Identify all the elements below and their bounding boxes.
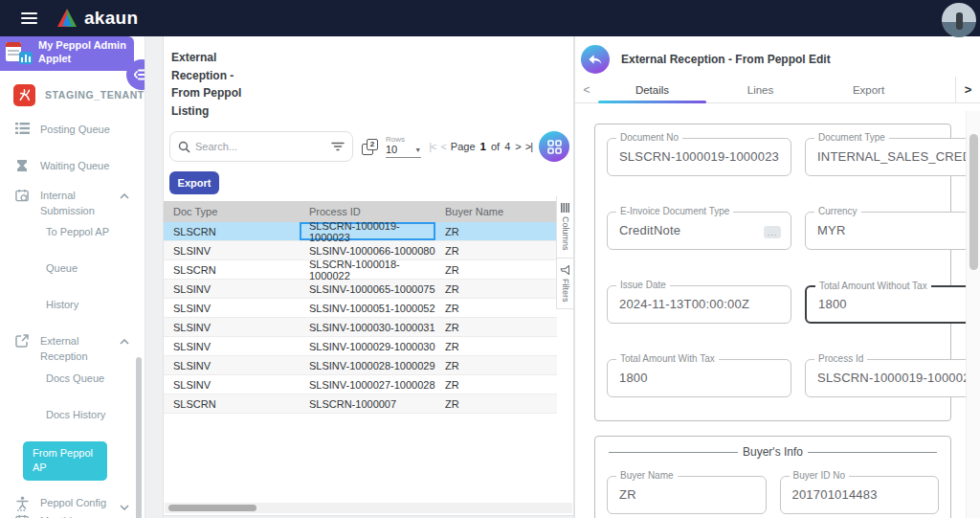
user-avatar[interactable] [942,3,976,37]
page-total: 4 [504,141,510,152]
field-issue-date[interactable]: Issue Date 2024-11-13T00:00:00Z [607,285,791,324]
vertical-scrollbar[interactable] [966,111,980,518]
tab-lines[interactable]: Lines [706,77,814,102]
table-row[interactable]: SLSINV SLSINV-1000027-1000028 ZR [164,375,557,394]
table-row[interactable]: SLSINV SLSINV-1000030-1000031 ZR [164,318,557,337]
list-icon [13,123,31,134]
table-row[interactable]: SLSINV SLSINV-1000029-1000030 ZR [164,337,557,356]
pages-icon[interactable]: 2 [362,139,378,155]
field-currency[interactable]: Currency MYR [805,212,980,250]
app-logo: akaun [56,8,138,29]
last-page-icon[interactable]: >| [525,141,532,152]
sidebar-item-to-peppol-ap[interactable]: To Peppol AP [0,226,145,237]
back-button[interactable] [581,45,610,74]
sidebar-item-internal-submission[interactable]: Internal Submission [0,188,145,219]
table-side-tabs: Columns Filters [556,196,573,309]
rows-per-page-select[interactable]: Rows 10 ▼ [386,135,421,158]
column-header-doc-type[interactable]: Doc Type [164,206,300,217]
vertical-scrollbar-thumb[interactable] [969,134,978,270]
columns-icon [561,203,569,213]
field-einvoice-document-type[interactable]: E-Invoice Document Type CreditNote ... [607,212,791,250]
applet-title: My Peppol Admin Applet [38,39,128,66]
field-document-type[interactable]: Document Type INTERNAL_SALES_CREDIT_N [805,138,980,176]
listing-panel: External Reception - From Peppol Listing… [163,36,574,516]
sidebar-nav: Posting Queue Waiting Queue Inter [0,106,145,518]
logo-triangle-icon [56,8,78,29]
first-page-icon[interactable]: |< [429,141,435,152]
detail-header: External Reception - From Peppol Edit [575,36,980,75]
table-row[interactable]: SLSINV SLSINV-1000051-1000052 ZR [164,299,557,318]
page-of: of [491,141,500,152]
column-header-buyer-name[interactable]: Buyer Name [435,206,557,217]
field-total-amount-without-tax[interactable]: Total Amount Without Tax 1800 [805,285,980,324]
next-page-icon[interactable]: > [515,141,520,152]
sidebar: My Peppol Admin Applet STAGING_TENANT [0,36,145,518]
data-table: Doc Type Process ID Buyer Name SLSCRN SL… [164,201,557,414]
sidebar-item-monthly[interactable]: Monthly [0,513,145,518]
tab-export[interactable]: Export [814,77,923,102]
field-process-id[interactable]: Process Id SLSCRN-1000019-1000023 [805,359,980,397]
column-header-process-id[interactable]: Process ID [300,206,435,217]
selected-cell[interactable]: SLSCRN-1000019-1000023 [300,222,435,240]
table-row[interactable]: SLSINV SLSINV-1000028-1000029 ZR [164,356,557,375]
panel-gap [145,36,163,518]
field-buyer-id-no[interactable]: Buyer ID No 201701014483 [780,476,940,514]
back-arrow-icon [588,53,603,66]
horizontal-scrollbar[interactable] [165,503,572,513]
search-box [169,131,353,162]
rows-label: Rows [386,135,421,144]
sidebar-item-posting-queue[interactable]: Posting Queue [0,122,145,138]
detail-panel: External Reception - From Peppol Edit < … [574,36,980,518]
search-input[interactable] [195,141,326,152]
calendar-sync-icon [13,189,31,203]
sidebar-scrollbar[interactable] [136,357,142,518]
filter-funnel-icon [561,264,570,275]
person-config-icon [13,496,31,511]
field-total-amount-with-tax[interactable]: Total Amount With Tax 1800 [607,359,791,397]
sidebar-item-docs-queue[interactable]: Docs Queue [0,372,145,384]
horizontal-scrollbar-thumb[interactable] [168,505,256,511]
active-tab-indicator [598,101,706,103]
page-current: 1 [480,141,486,152]
calendar-month-icon [13,514,31,518]
applet-banner[interactable]: My Peppol Admin Applet [0,36,134,71]
ellipsis-button[interactable]: ... [764,226,781,238]
tab-scroll-right-icon[interactable]: > [955,77,980,102]
buyer-info-card: Buyer's Info Buyer Name ZR Buyer ID No 2… [594,436,951,518]
search-icon [178,141,190,153]
filter-list-icon[interactable] [331,142,345,151]
collapse-menu-icon [134,69,145,80]
chevron-up-icon [120,339,129,345]
table-row[interactable]: SLSINV SLSINV-1000065-1000075 ZR [164,280,557,299]
field-buyer-name[interactable]: Buyer Name ZR [607,476,767,514]
listing-toolbar: 2 Rows 10 ▼ |< < Page 1 of 4 > >| [169,131,569,162]
hamburger-menu-icon[interactable] [10,12,48,24]
columns-tab[interactable]: Columns [557,196,573,259]
table-row[interactable]: SLSCRN SLSCRN-1000018-1000022 ZR [164,260,557,280]
prev-page-icon[interactable]: < [440,141,445,152]
export-button[interactable]: Export [169,171,219,194]
sidebar-item-docs-history[interactable]: Docs History [0,409,145,420]
sidebar-item-external-reception[interactable]: External Reception [0,333,145,365]
table-row[interactable]: SLSCRN SLSCRN-1000019-1000023 ZR [164,222,557,241]
sidebar-item-queue[interactable]: Queue [0,262,145,274]
tenant-selector[interactable]: STAGING_TENANT [0,71,145,106]
chevron-down-icon [120,505,129,510]
sidebar-item-history[interactable]: History [0,299,145,310]
detail-tabs: < Details Lines Export > [575,77,980,103]
document-fields-card: Document No SLSCRN-1000019-1000023 Docum… [594,124,951,421]
tab-details[interactable]: Details [598,77,706,102]
tab-scroll-left-icon[interactable]: < [575,77,598,102]
field-document-no[interactable]: Document No SLSCRN-1000019-1000023 [607,138,791,176]
logo-text: akaun [84,8,138,29]
table-row[interactable]: SLSCRN SLSCRN-1000007 ZR [164,394,557,414]
filters-tab[interactable]: Filters [557,259,573,310]
page-prefix: Page [451,141,476,152]
caret-down-icon: ▼ [414,146,421,153]
grid-view-button[interactable] [539,131,569,162]
sidebar-item-from-peppol-ap[interactable]: From Peppol AP [23,441,107,482]
sidebar-item-peppol-config[interactable]: Peppol Config [0,495,145,511]
detail-title: External Reception - From Peppol Edit [621,53,831,66]
hourglass-icon [13,159,31,172]
sidebar-item-waiting-queue[interactable]: Waiting Queue [0,158,145,174]
